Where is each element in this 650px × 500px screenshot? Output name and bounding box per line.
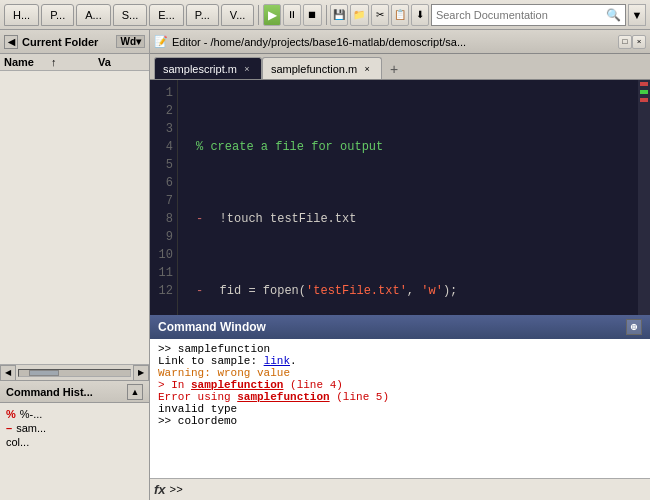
cmd-history-prefix: % <box>6 408 16 420</box>
scroll-right-button[interactable]: ▶ <box>133 365 149 381</box>
cmd-history-entry-3[interactable]: col... <box>6 436 29 448</box>
cmd-output-line-2: Link to sample: link. <box>158 355 642 367</box>
file-list: Name ↑ Va <box>0 54 149 364</box>
cmd-output-line-5: Error using samplefunction (line 5) <box>158 391 642 403</box>
editor-scrollbar[interactable] <box>638 80 650 315</box>
command-input[interactable] <box>189 484 646 496</box>
cmd-history-panel: Command Hist... ▲ % %-... – sam... col..… <box>0 380 149 500</box>
command-window-title: Command Window <box>158 320 266 334</box>
tabs-bar: samplescript.m × samplefunction.m × + <box>150 54 650 80</box>
editor-close-button[interactable]: × <box>632 35 646 49</box>
file-list-header: Name ↑ Va <box>0 54 149 71</box>
code-line-3: - fid = fopen('testFile.txt', 'w'); <box>184 282 632 300</box>
search-icon: 🔍 <box>606 8 621 22</box>
search-input[interactable] <box>436 9 606 21</box>
line-numbers: 12345 678910 1112 <box>150 80 178 315</box>
sidebar-header: ◀ Current Folder Wd▾ <box>0 30 149 54</box>
toolbar-btn-7[interactable]: ⬇ <box>411 4 429 26</box>
cmd-history-prefix-2: – <box>6 422 12 434</box>
editor-undock-button[interactable]: □ <box>618 35 632 49</box>
tab-label-samplescript: samplescript.m <box>163 63 237 75</box>
command-window-expand-button[interactable]: ⊕ <box>626 319 642 335</box>
tab-label-samplefunction: samplefunction.m <box>271 63 357 75</box>
filter-button[interactable]: ▼ <box>628 4 646 26</box>
tab-samplefunction[interactable]: samplefunction.m × <box>262 57 382 79</box>
code-line-2: - !touch testFile.txt <box>184 210 632 228</box>
toolbar-tab-h[interactable]: H... <box>4 4 39 26</box>
cmd-input-prompt: >> <box>170 484 190 496</box>
editor-path: Editor - /home/andy/projects/base16-matl… <box>172 36 618 48</box>
scroll-track[interactable] <box>18 369 131 377</box>
sidebar-title: Current Folder <box>22 36 112 48</box>
command-input-footer: fx >> <box>150 478 650 500</box>
cmd-history-header: Command Hist... ▲ <box>0 381 149 403</box>
sidebar-back-button[interactable]: ◀ <box>4 35 18 49</box>
list-item: % %-... <box>6 407 143 421</box>
toolbar-btn-4[interactable]: 📁 <box>350 4 368 26</box>
toolbar-separator <box>258 5 259 25</box>
scrollbar-marker-red <box>640 82 648 86</box>
search-box: 🔍 <box>431 4 626 26</box>
sample-link[interactable]: link <box>264 355 290 367</box>
cmd-history-title: Command Hist... <box>6 386 93 398</box>
tab-samplescript[interactable]: samplescript.m × <box>154 57 262 79</box>
scroll-left-button[interactable]: ◀ <box>0 365 16 381</box>
toolbar-tab-s[interactable]: S... <box>113 4 148 26</box>
cmd-history-entry-2[interactable]: sam... <box>16 422 46 434</box>
cmd-output-line-1: >> samplefunction <box>158 343 642 355</box>
toolbar-btn-1[interactable]: ⏸ <box>283 4 301 26</box>
sidebar-scrollbar[interactable]: ◀ ▶ <box>0 364 149 380</box>
tab-close-samplefunction[interactable]: × <box>361 63 373 75</box>
scrollbar-marker-green <box>640 90 648 94</box>
toolbar-tab-p2[interactable]: P... <box>186 4 219 26</box>
code-line-1: % create a file for output <box>184 138 632 156</box>
scroll-thumb[interactable] <box>29 370 59 376</box>
toolbar-btn-2[interactable]: ⏹ <box>303 4 321 26</box>
toolbar-tab-p[interactable]: P... <box>41 4 74 26</box>
sidebar: ◀ Current Folder Wd▾ Name ↑ Va ◀ ▶ Comma… <box>0 30 150 500</box>
toolbar-btn-6[interactable]: 📋 <box>391 4 409 26</box>
editor-header: 📝 Editor - /home/andy/projects/base16-ma… <box>150 30 650 54</box>
cmd-history-entry[interactable]: %-... <box>20 408 43 420</box>
toolbar-tab-v[interactable]: V... <box>221 4 255 26</box>
code-editor[interactable]: 12345 678910 1112 % create a file for ou… <box>150 80 638 315</box>
error-in-link[interactable]: samplefunction <box>191 379 283 391</box>
cmd-output-line-6: invalid type <box>158 403 642 415</box>
toolbar-btn-3[interactable]: 💾 <box>330 4 348 26</box>
cmd-output-line-3: Warning: wrong value <box>158 367 642 379</box>
editor-icon: 📝 <box>154 35 168 48</box>
command-window: Command Window ⊕ >> samplefunction Link … <box>150 315 650 500</box>
list-item: – sam... <box>6 421 143 435</box>
cmd-history-content: % %-... – sam... col... <box>0 403 149 500</box>
toolbar-btn-5[interactable]: ✂ <box>371 4 389 26</box>
toolbar-tab-e[interactable]: E... <box>149 4 184 26</box>
tab-add-button[interactable]: + <box>384 59 404 79</box>
error-using-link[interactable]: samplefunction <box>237 391 329 403</box>
list-item: col... <box>6 435 143 449</box>
main-layout: ◀ Current Folder Wd▾ Name ↑ Va ◀ ▶ Comma… <box>0 30 650 500</box>
command-window-content: >> samplefunction Link to sample: link. … <box>150 339 650 478</box>
toolbar-tab-a[interactable]: A... <box>76 4 111 26</box>
toolbar-separator-2 <box>326 5 327 25</box>
run-button[interactable]: ▶ <box>263 4 281 26</box>
tab-close-samplescript[interactable]: × <box>241 63 253 75</box>
command-window-header: Command Window ⊕ <box>150 315 650 339</box>
code-content[interactable]: % create a file for output - !touch test… <box>178 80 638 315</box>
cmd-output-line-4: > In samplefunction (line 4) <box>158 379 642 391</box>
cmd-output-line-7: >> colordemo <box>158 415 642 427</box>
editor-area: 📝 Editor - /home/andy/projects/base16-ma… <box>150 30 650 500</box>
toolbar: H... P... A... S... E... P... V... ▶ ⏸ ⏹… <box>0 0 650 30</box>
fx-label: fx <box>154 482 166 497</box>
scrollbar-marker-red-2 <box>640 98 648 102</box>
cmd-history-expand-button[interactable]: ▲ <box>127 384 143 400</box>
sidebar-word-badge: Wd▾ <box>116 35 145 48</box>
